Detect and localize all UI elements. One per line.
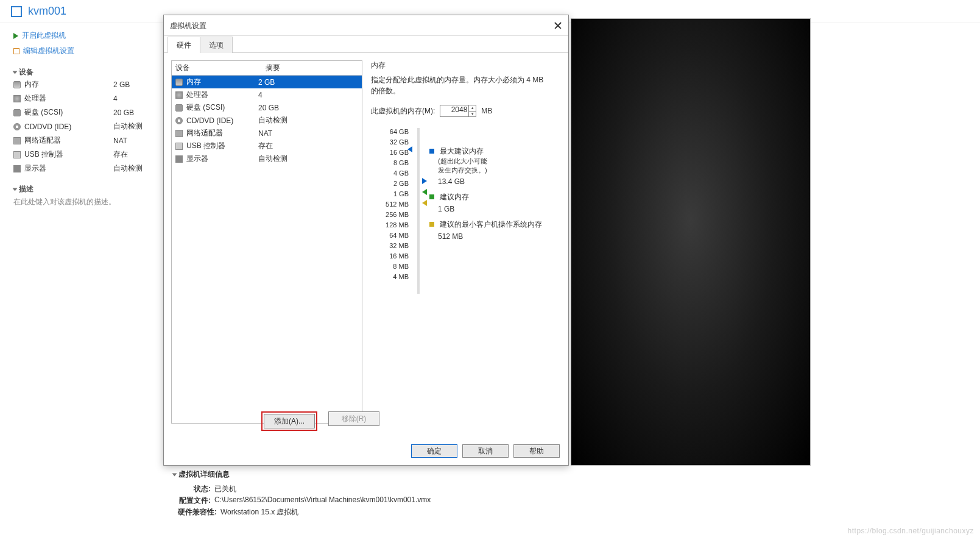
- tab-hardware[interactable]: 硬件: [167, 37, 200, 53]
- vm-preview: [571, 18, 811, 466]
- collapse-icon: [13, 71, 18, 74]
- hw-name: 显示器: [186, 154, 208, 164]
- help-button[interactable]: 帮助: [513, 444, 560, 458]
- description-placeholder[interactable]: 在此处键入对该虚拟机的描述。: [13, 194, 166, 207]
- cpu-icon: [175, 91, 183, 99]
- watermark: https://blog.csdn.net/guijianchouxyz: [848, 527, 974, 535]
- memory-legend: 最大建议内存 (超出此大小可能 发生内存交换。) 13.4 GB 建议内存 1 …: [429, 128, 542, 294]
- device-name: USB 控制器: [24, 149, 110, 160]
- hardware-row[interactable]: USB 控制器存在: [172, 140, 362, 152]
- scale-tick: 64 GB: [371, 128, 409, 138]
- vm-details: 虚拟机详细信息 状态:已关机 配置文件:C:\Users\86152\Docum…: [173, 469, 431, 518]
- tab-options[interactable]: 选项: [200, 37, 233, 53]
- cancel-button[interactable]: 取消: [462, 444, 509, 458]
- max-marker-icon: [407, 146, 412, 152]
- legend-max-note1: (超出此大小可能: [438, 157, 542, 166]
- description-section-header[interactable]: 描述: [13, 184, 166, 194]
- hw-value: 自动检测: [258, 154, 358, 164]
- memory-pane-title: 内存: [371, 60, 552, 71]
- device-value: 存在: [113, 149, 128, 160]
- current-marker-icon[interactable]: [422, 178, 427, 184]
- device-row[interactable]: CD/DVD (IDE)自动检测: [13, 119, 166, 133]
- scale-tick: 8 MB: [371, 263, 409, 273]
- device-name: 处理器: [24, 93, 110, 104]
- add-button-highlight: 添加(A)...: [261, 411, 317, 431]
- vm-icon: [11, 6, 22, 17]
- power-on-label: 开启此虚拟机: [22, 30, 66, 41]
- scale-tick: 16 MB: [371, 252, 409, 263]
- device-row[interactable]: 硬盘 (SCSI)20 GB: [13, 105, 166, 119]
- edit-settings-link[interactable]: 编辑虚拟机设置: [13, 43, 166, 59]
- device-row[interactable]: USB 控制器存在: [13, 147, 166, 162]
- device-row[interactable]: 处理器4: [13, 91, 166, 105]
- ok-button[interactable]: 确定: [411, 444, 457, 458]
- scale-tick: 8 GB: [371, 159, 409, 169]
- blue-square-icon: [429, 149, 434, 154]
- legend-min-label: 建议的最小客户机操作系统内存: [440, 220, 542, 229]
- hardware-list-header: 设备 摘要: [172, 61, 362, 76]
- remove-button: 移除(R): [328, 411, 379, 426]
- compat-key: 硬件兼容性:: [173, 507, 217, 517]
- compat-value: Workstation 15.x 虚拟机: [220, 507, 298, 517]
- net-icon: [175, 130, 183, 137]
- vm-settings-dialog: 虚拟机设置 硬件 选项 设备 摘要 内存2 GB处理器4硬盘 (SCSI)20 …: [163, 15, 569, 466]
- hardware-row[interactable]: 硬盘 (SCSI)20 GB: [172, 101, 362, 114]
- device-value: 自动检测: [113, 121, 143, 132]
- hardware-row[interactable]: 显示器自动检测: [172, 152, 362, 165]
- scale-tick: 32 GB: [371, 138, 409, 149]
- hw-name: 硬盘 (SCSI): [186, 102, 225, 113]
- memory-slider[interactable]: [414, 128, 425, 294]
- power-on-link[interactable]: 开启此虚拟机: [13, 28, 166, 43]
- add-button[interactable]: 添加(A)...: [264, 414, 315, 428]
- hardware-row[interactable]: 网络适配器NAT: [172, 127, 362, 140]
- status-value: 已关机: [214, 484, 236, 494]
- collapse-icon: [13, 188, 18, 191]
- hardware-row[interactable]: 处理器4: [172, 88, 362, 101]
- hw-name: 处理器: [186, 90, 208, 100]
- cd-icon: [175, 117, 183, 124]
- device-row[interactable]: 网络适配器NAT: [13, 133, 166, 147]
- col-summary: 摘要: [266, 63, 358, 73]
- hw-value: 4: [258, 91, 358, 99]
- scale-tick: 4 MB: [371, 273, 409, 283]
- hardware-row[interactable]: CD/DVD (IDE)自动检测: [172, 114, 362, 127]
- scale-tick: 64 MB: [371, 232, 409, 242]
- hw-value: 2 GB: [258, 78, 358, 87]
- devices-section-header[interactable]: 设备: [13, 67, 166, 77]
- edit-icon: [13, 48, 19, 54]
- hw-value: 存在: [258, 141, 358, 151]
- scale-tick: 32 MB: [371, 242, 409, 252]
- device-row[interactable]: 显示器自动检测: [13, 162, 166, 176]
- scale-tick: 1 GB: [371, 190, 409, 201]
- close-icon[interactable]: [554, 21, 562, 30]
- hw-name: USB 控制器: [186, 141, 225, 151]
- min-marker-icon: [422, 200, 427, 206]
- device-value: 自动检测: [113, 163, 143, 174]
- device-row[interactable]: 内存2 GB: [13, 77, 166, 91]
- devices-label: 设备: [19, 67, 33, 77]
- edit-settings-label: 编辑虚拟机设置: [23, 46, 74, 56]
- memory-input[interactable]: 2048 ▲▼: [440, 105, 476, 117]
- device-value: 4: [113, 94, 118, 103]
- collapse-icon: [172, 473, 177, 476]
- device-name: 显示器: [24, 163, 110, 174]
- device-name: CD/DVD (IDE): [24, 123, 110, 131]
- legend-rec-value: 1 GB: [438, 205, 542, 213]
- config-value: C:\Users\86152\Documents\Virtual Machine…: [214, 496, 431, 506]
- device-value: 2 GB: [113, 80, 130, 89]
- memory-unit: MB: [481, 107, 492, 115]
- memory-pane-desc: 指定分配给此虚拟机的内存量。内存大小必须为 4 MB 的倍数。: [371, 74, 552, 96]
- legend-min-value: 512 MB: [438, 232, 542, 241]
- scale-tick: 16 GB: [371, 149, 409, 159]
- usb-icon: [13, 151, 21, 158]
- status-key: 状态:: [173, 484, 211, 494]
- spinner-arrows[interactable]: ▲▼: [468, 105, 476, 116]
- scale-tick: 512 MB: [371, 201, 409, 211]
- device-name: 网络适配器: [24, 135, 110, 146]
- legend-max-label: 最大建议内存: [440, 147, 484, 155]
- hardware-row[interactable]: 内存2 GB: [172, 76, 362, 88]
- memory-pane: 内存 指定分配给此虚拟机的内存量。内存大小必须为 4 MB 的倍数。 此虚拟机的…: [362, 60, 561, 424]
- dialog-title-text: 虚拟机设置: [170, 15, 206, 35]
- usb-icon: [175, 143, 183, 150]
- device-value: NAT: [113, 137, 127, 145]
